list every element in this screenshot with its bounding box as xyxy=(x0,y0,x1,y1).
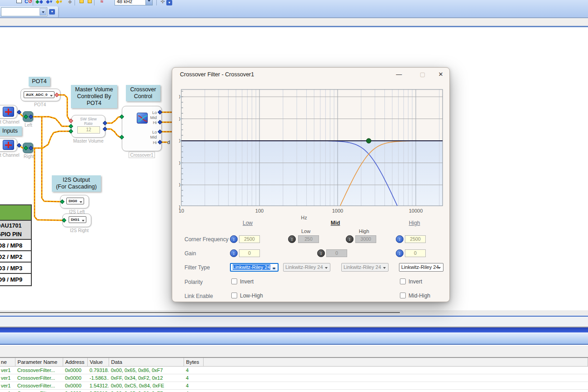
gain-high-field[interactable]: 0 xyxy=(405,249,426,257)
pot4-adc-select[interactable]: AUX_ADC_0 xyxy=(24,91,55,98)
schematic-window-bottom-edge xyxy=(0,312,400,313)
svg-text:-10: -10 xyxy=(179,160,180,166)
band-link-mid[interactable]: Mid xyxy=(331,220,340,226)
mid-sub-high-label: High xyxy=(359,228,369,234)
cf-low-knob[interactable]: ↕ xyxy=(230,235,238,243)
crossover-pin-mid: Mid xyxy=(148,115,157,120)
crossover-block[interactable]: LoMidHiLoMidHi xyxy=(122,106,162,151)
gain-mid-field: 0 xyxy=(326,249,347,257)
minimize-button[interactable]: — xyxy=(392,69,406,79)
gpio-table-row: IO2 / MP2 xyxy=(0,251,31,263)
parameter-row[interactable]: ver1CrossoverFilter...0x00000.79318...0x… xyxy=(0,366,588,374)
link-mid-high-label: Mid-High xyxy=(409,293,430,299)
filter-type-low-select[interactable]: Linkwitz-Riley 24 xyxy=(230,263,279,272)
crossover-marker[interactable] xyxy=(366,139,371,143)
toolbar-overflow-icon[interactable]: ▾ xyxy=(166,0,172,5)
gpio-table-row: IO8 / MP8 xyxy=(0,240,31,251)
read-diamond-icon[interactable]: ◆▾ xyxy=(45,0,53,5)
write-diamond-icon[interactable]: ◆▾ xyxy=(55,0,63,5)
download-diamond-icon[interactable]: ◆◆ xyxy=(35,0,43,5)
t-left-label: Left xyxy=(25,123,32,128)
link-compile-icon[interactable]: C↺ xyxy=(25,0,32,5)
cf-mid-high-field: 3000 xyxy=(355,235,376,243)
filter-type-high-select[interactable]: Linkwitz-Riley 24 xyxy=(399,263,443,272)
dig1-block[interactable]: DIG1 xyxy=(62,213,91,227)
input2-block[interactable] xyxy=(0,138,17,152)
invert-high-checkbox[interactable] xyxy=(400,278,406,284)
svg-text:20: 20 xyxy=(179,94,180,99)
window-icon[interactable] xyxy=(15,0,23,5)
crossover-pin-lo: Lo xyxy=(148,130,157,134)
panel-strip xyxy=(0,317,588,327)
selection-combobox[interactable] xyxy=(1,7,47,16)
band-link-high[interactable]: High xyxy=(409,220,420,226)
invert-high-label: Invert xyxy=(409,278,422,285)
dig1-label: I2S Right xyxy=(70,228,89,233)
mute-diamond-icon[interactable]: ◆ xyxy=(66,0,74,5)
sample-rate-value: 48 kHz xyxy=(117,0,132,4)
gain-low-knob[interactable]: ↕ xyxy=(230,249,238,257)
settings-icon[interactable]: ✣ xyxy=(159,0,166,5)
gain-low-field[interactable]: 0 xyxy=(239,249,260,257)
invert-low-checkbox[interactable] xyxy=(231,278,237,284)
band-link-low[interactable]: Low xyxy=(243,220,253,226)
panel-caption-bar[interactable] xyxy=(0,327,588,332)
parameter-row[interactable]: ver1CrossoverFilter...0x0000-1.5863...0x… xyxy=(0,374,588,382)
t-right-label: Right xyxy=(24,154,34,159)
svg-text:10000: 10000 xyxy=(409,208,423,213)
output-pin-diamond[interactable] xyxy=(17,110,21,114)
filter-type-mid-high-select: Linkwitz-Riley 24 xyxy=(341,263,389,272)
invert-low-label: Invert xyxy=(240,278,254,285)
input-channel-icon xyxy=(3,107,14,117)
secondary-toolbar-overflow-icon[interactable]: ▾ xyxy=(49,9,55,15)
register-write-icon[interactable] xyxy=(86,0,93,5)
sample-rate-combobox[interactable]: 48 kHz xyxy=(115,0,153,5)
column-header-ne[interactable]: ne xyxy=(0,358,15,366)
column-header-data[interactable]: Data xyxy=(109,358,184,366)
column-header-address[interactable]: Address xyxy=(63,358,87,366)
output-pin-diamond[interactable] xyxy=(17,143,21,148)
crossover-name-label[interactable]: Crossover1 xyxy=(129,152,155,158)
input1-block[interactable] xyxy=(0,105,17,119)
toolbar-band: C↺ ◆◆ ◆▾ ◆▾ ◆ ≈ 48 kHz ✣ ▾ ▾ xyxy=(0,0,588,18)
annotation-i2s-output[interactable]: I2S Output (For Cascading) xyxy=(52,175,101,192)
parameter-window: neParameter NameAddressValueDataBytes ve… xyxy=(0,358,588,392)
close-button[interactable]: ✕ xyxy=(434,69,448,79)
crossover-icon xyxy=(137,113,148,124)
gain-mid-knob: ↕ xyxy=(317,249,325,257)
parameter-row[interactable]: ver1CrossoverFilter...0x00000.79318...0x… xyxy=(0,389,588,392)
annotation-master-volume[interactable]: Master Volume Controlled By POT4 xyxy=(71,85,117,108)
polarity-label: Polarity xyxy=(184,279,203,285)
annotation-crossover-control[interactable]: Crossover Control xyxy=(126,85,160,101)
cf-high-knob[interactable]: ↕ xyxy=(396,235,404,243)
annotation-pot4[interactable]: POT4 xyxy=(29,77,50,86)
link-mid-high-checkbox[interactable] xyxy=(400,293,406,298)
dig1-select[interactable]: DIG1 xyxy=(69,216,86,223)
panel-toolbar-bar xyxy=(0,332,588,345)
crossover-pin-hi: Hi xyxy=(148,140,157,145)
master-volume-value-field[interactable]: 12 xyxy=(77,126,100,134)
pot4-block-label: POT4 xyxy=(34,102,46,107)
link-enable-label: Link Enable xyxy=(184,293,213,299)
dialog-title[interactable]: Crossover Filter - Crossover1 xyxy=(180,71,254,78)
crossover-pin-lo: Lo xyxy=(148,110,157,115)
crossover-filter-dialog: Crossover Filter - Crossover1 — ▢ ✕ 2010… xyxy=(172,67,450,302)
column-header-value[interactable]: Value xyxy=(87,358,109,366)
window-strip xyxy=(0,18,588,26)
link-low-high-checkbox[interactable] xyxy=(231,293,237,298)
crossover-response-graph[interactable]: 20100-10-20-30dB10100100010000Hz xyxy=(179,88,445,224)
secondary-toolbar: ▾ xyxy=(0,6,58,18)
svg-text:1000: 1000 xyxy=(332,208,343,213)
dig0-select[interactable]: DIG0 xyxy=(66,198,84,204)
cf-high-field[interactable]: 2500 xyxy=(405,235,426,243)
parameter-row[interactable]: ver1CrossoverFilter...0x00001.54312...0x… xyxy=(0,382,588,389)
column-header-parameter-name[interactable]: Parameter Name xyxy=(15,358,63,366)
maximize-button[interactable]: ▢ xyxy=(416,69,429,79)
filter-type-mid-low-select: Linkwitz-Riley 24 xyxy=(283,263,330,272)
master-volume-block[interactable]: SW Slew Rate 12 xyxy=(71,115,105,138)
cf-low-field[interactable]: 2500 xyxy=(239,235,260,243)
gain-high-knob[interactable]: ↕ xyxy=(396,249,404,257)
column-header-bytes[interactable]: Bytes xyxy=(184,358,203,366)
register-read-icon[interactable] xyxy=(78,0,85,5)
annotation-inputs[interactable]: Inputs xyxy=(0,126,22,136)
